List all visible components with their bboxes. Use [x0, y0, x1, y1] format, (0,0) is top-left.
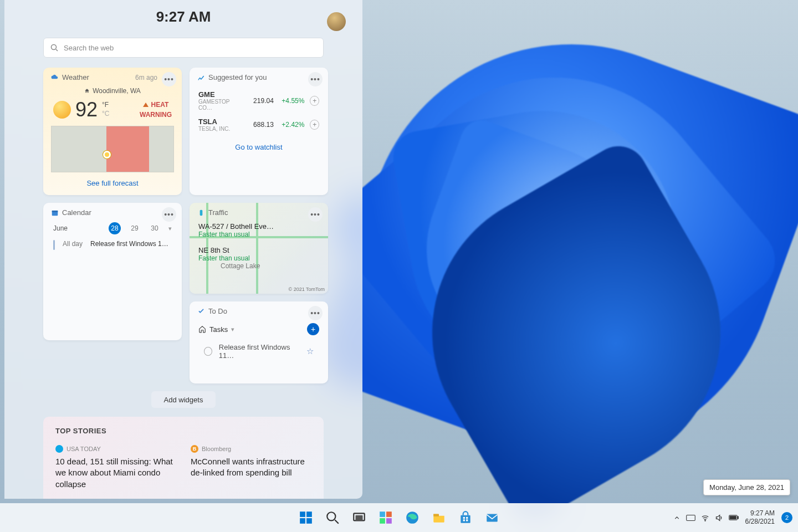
add-task-button[interactable]: + [307, 323, 319, 335]
top-stories-widget[interactable]: TOP STORIES USA TODAY 10 dead, 151 still… [43, 417, 324, 499]
weather-icon [51, 74, 59, 81]
svg-line-1 [56, 49, 58, 51]
calendar-day[interactable]: 29 [129, 224, 141, 232]
keyboard-icon[interactable] [686, 514, 695, 521]
weather-widget[interactable]: Weather 6m ago ••• Woodinville, WA 92 °F… [43, 68, 182, 195]
todo-icon [197, 308, 205, 315]
taskbar-search-button[interactable] [322, 507, 343, 528]
calendar-month: June [53, 224, 68, 232]
widgets-header: 9:27 AM [4, 0, 362, 33]
svg-rect-18 [433, 514, 439, 516]
bloom-graphic [344, 22, 798, 477]
svg-rect-8 [306, 518, 312, 524]
weather-more-button[interactable]: ••• [162, 72, 176, 86]
taskbar-clock[interactable]: 9:27 AM 6/28/2021 [745, 509, 775, 526]
stocks-widget[interactable]: Suggested for you ••• GMEGAMESTOP CO… 21… [190, 68, 328, 195]
chevron-down-icon[interactable]: ▾ [168, 225, 172, 232]
svg-rect-29 [730, 516, 736, 519]
news-item[interactable]: BBloomberg McConnell wants infrastructur… [191, 445, 311, 490]
calendar-day[interactable]: 30 [149, 224, 161, 232]
source-badge: B [191, 445, 198, 453]
svg-rect-7 [300, 518, 305, 524]
stock-row[interactable]: GMEGAMESTOP CO… 219.04 +4.55% + [190, 87, 328, 114]
store-button[interactable] [455, 507, 476, 528]
traffic-route: WA-527 / Bothell Eve… [198, 222, 319, 231]
stock-row[interactable]: TSLATESLA, INC. 688.13 +2.42% + [190, 114, 328, 135]
calendar-event-row[interactable]: All day Release first Windows 1… [43, 234, 182, 255]
traffic-status: Faster than usual [198, 231, 319, 238]
start-button[interactable] [295, 507, 316, 528]
add-stock-button[interactable]: + [310, 120, 319, 130]
calendar-icon [51, 209, 59, 217]
widgets-panel: 9:27 AM Search the web Weather 6m ago ••… [4, 0, 362, 499]
watchlist-link[interactable]: Go to watchlist [190, 135, 328, 159]
todo-widget[interactable]: To Do ••• Tasks ▾ + Release first Window… [190, 301, 328, 383]
weather-alert: HEAT WARNING [140, 101, 172, 119]
task-checkbox[interactable] [204, 347, 212, 356]
weather-units[interactable]: °F°C [102, 101, 109, 118]
widgets-button[interactable] [375, 507, 396, 528]
sun-icon [53, 101, 71, 119]
star-icon[interactable]: ☆ [306, 346, 314, 356]
calendar-more-button[interactable]: ••• [162, 207, 176, 222]
svg-rect-21 [466, 517, 468, 519]
news-item[interactable]: USA TODAY 10 dead, 151 still missing: Wh… [55, 445, 176, 490]
svg-rect-16 [386, 518, 392, 524]
notifications-badge[interactable]: 2 [781, 512, 792, 523]
traffic-widget[interactable]: Traffic ••• WA-527 / Bothell Eve… Faster… [190, 203, 328, 294]
svg-rect-3 [52, 210, 58, 212]
search-icon [50, 44, 58, 52]
task-list-selector[interactable]: Tasks ▾ [198, 325, 234, 334]
calendar-day-selected[interactable]: 28 [109, 222, 121, 234]
home-icon [84, 88, 90, 94]
event-indicator [53, 240, 55, 250]
edge-button[interactable] [402, 507, 423, 528]
volume-icon[interactable] [715, 514, 723, 522]
svg-rect-19 [461, 515, 470, 523]
svg-rect-22 [463, 519, 465, 521]
weather-map[interactable] [51, 126, 174, 172]
chevron-up-icon[interactable] [673, 514, 681, 521]
source-badge [55, 445, 63, 453]
task-view-button[interactable] [349, 507, 370, 528]
traffic-icon [197, 209, 205, 217]
svg-point-0 [52, 45, 57, 50]
svg-line-10 [335, 520, 339, 524]
warning-icon [143, 103, 149, 107]
weather-location: Woodinville, WA [43, 87, 182, 95]
traffic-route: NE 8th St [198, 246, 319, 254]
svg-rect-6 [306, 511, 312, 517]
taskbar: 9:27 AM 6/28/2021 2 [0, 503, 798, 532]
weather-updated: 6m ago [135, 74, 157, 81]
svg-rect-20 [463, 517, 465, 519]
forecast-link[interactable]: See full forecast [43, 172, 182, 195]
file-explorer-button[interactable] [428, 507, 449, 528]
todo-more-button[interactable]: ••• [308, 306, 323, 320]
task-item[interactable]: Release first Windows 11… ☆ [190, 337, 328, 365]
svg-point-9 [327, 512, 335, 520]
search-placeholder: Search the web [64, 44, 114, 52]
weather-temperature: 92 [75, 98, 98, 121]
svg-rect-25 [686, 515, 695, 520]
svg-rect-24 [487, 514, 498, 522]
search-input[interactable]: Search the web [43, 38, 324, 58]
svg-rect-5 [300, 511, 305, 517]
battery-icon[interactable] [729, 514, 739, 521]
chevron-down-icon: ▾ [231, 326, 234, 333]
svg-point-26 [704, 520, 705, 520]
system-tray[interactable] [673, 514, 739, 522]
date-tooltip: Monday, June 28, 2021 [703, 479, 790, 495]
mail-button[interactable] [482, 507, 503, 528]
top-stories-title: TOP STORIES [55, 427, 311, 435]
stocks-more-button[interactable]: ••• [308, 72, 323, 86]
add-stock-button[interactable]: + [310, 96, 319, 106]
widgets-clock: 9:27 AM [156, 8, 211, 25]
calendar-widget[interactable]: Calendar ••• June 28 29 30 ▾ All day Rel… [43, 203, 182, 340]
profile-avatar[interactable] [327, 12, 346, 31]
svg-rect-28 [738, 516, 738, 519]
stocks-icon [197, 74, 205, 81]
svg-rect-15 [380, 518, 385, 524]
taskbar-center [295, 507, 503, 528]
add-widgets-button[interactable]: Add widgets [151, 391, 216, 408]
wifi-icon[interactable] [701, 514, 709, 522]
